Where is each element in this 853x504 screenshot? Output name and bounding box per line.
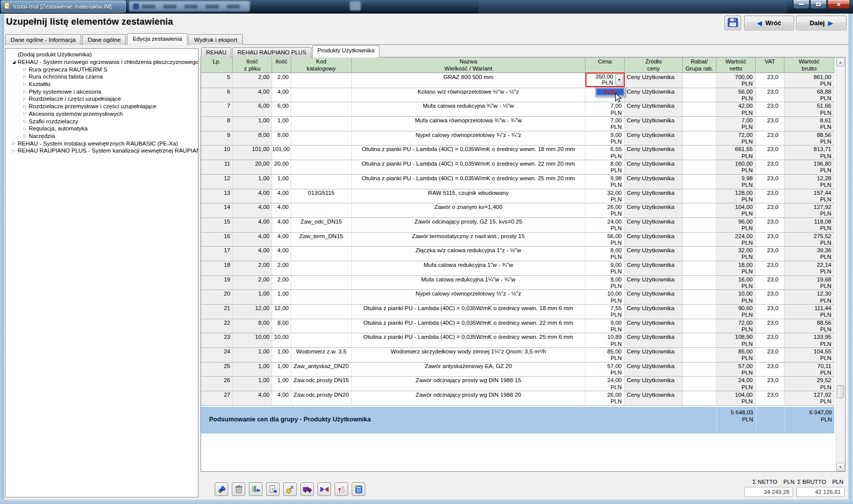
name-cell: Zawór o znanym kv=1,400 <box>352 203 585 218</box>
app-icon <box>4 2 11 11</box>
dropdown-button[interactable]: ▼ <box>615 74 623 86</box>
price-cell: 85,00PLN <box>585 348 625 362</box>
table-row[interactable]: 192,002,00Mufa calowa redukcyjna 1¼"w - … <box>201 276 834 291</box>
save-button[interactable] <box>725 16 741 30</box>
tree-item-rozdzielacze-i-czesci-uzupelniajace[interactable]: ▷Rozdzielacze i części uzupełniające <box>6 95 198 103</box>
qty-file-cell: 2,00 <box>233 276 272 290</box>
table-row[interactable]: 144,004,00Zawór o znanym kv=1,40026,00PL… <box>201 203 834 218</box>
tab-edycja-zestawienia[interactable]: Edycja zestawienia <box>127 33 187 45</box>
table-row[interactable]: 182,002,00Mufa calowa redukcyjna 1"w - ¾… <box>201 261 834 276</box>
rebate-cell <box>683 88 716 102</box>
code-cell <box>291 88 352 102</box>
table-row[interactable]: 2310,0010,00Otulina z pianki PU - Lambda… <box>201 333 834 348</box>
collapse-arrow-icon[interactable]: ◢ <box>11 59 17 64</box>
table-row[interactable]: 121,001,00Otulina z pianki PU - Lambda (… <box>201 175 834 189</box>
rebate-cell <box>683 117 716 131</box>
table-row[interactable]: 154,004,00Zaw_odc_DN15Zawór odcinający p… <box>201 218 834 233</box>
tree-item-plyty-systemowe-i-akcesoria[interactable]: ▷Płyty systemowe i akcesoria <box>6 88 198 95</box>
tree-item-rura-ochronna-falista-czarna[interactable]: ▷Rura ochronna falista czarna <box>6 73 198 81</box>
price-cell: 8,00PLN <box>585 276 625 290</box>
expand-arrow-icon[interactable]: ▷ <box>22 82 28 87</box>
table-row[interactable]: 164,004,00Zaw_term_DN15Zawór termostatyc… <box>201 233 834 247</box>
tree-item-rozdzielacze-przemyslowe-i-czesci-uzupel[interactable]: ▷Rozdzielacze przemysłowe i części uzupe… <box>6 103 198 110</box>
expand-arrow-icon[interactable]: ▷ <box>22 111 28 116</box>
lp-cell: 22 <box>201 319 233 333</box>
table-row[interactable]: 1120,0020,00Otulina z pianki PU - Lambda… <box>201 160 834 175</box>
table-row[interactable]: 134,004,00013G5115RAW 5115, czujnik wbud… <box>201 189 834 204</box>
name-cell: Złączka w/z calowa redukcyjna 1"z - ½"w <box>352 247 585 261</box>
price-source-cell: Ceny Użytkownika <box>625 391 683 405</box>
expand-arrow-icon[interactable]: ▷ <box>22 97 28 101</box>
panel-tab-rehau-raupiano-plus[interactable]: REHAU RAUPIANO PLUS <box>232 47 311 57</box>
tree-item-ksztaltki[interactable]: ▷Kształtki <box>6 81 198 88</box>
table-row[interactable]: 52,002,00GRAZ 800 500 mmCeny Użytkownika… <box>201 74 834 88</box>
code-cell <box>291 203 352 218</box>
expand-arrow-icon[interactable]: ▷ <box>22 133 28 138</box>
col-header-name: NazwaWielkość / Wariant <box>352 57 585 73</box>
delete-icon[interactable] <box>232 482 245 496</box>
scroll-down-icon[interactable]: ▼ <box>836 463 844 471</box>
price-cell: 7,55PLN <box>585 305 625 319</box>
minimize-button[interactable] <box>793 0 810 9</box>
import-positions-icon[interactable] <box>249 482 263 496</box>
next-button[interactable]: Dalej ▶ <box>796 16 846 30</box>
summary-netto-value: 5 648,03PLN <box>716 409 753 423</box>
vat-cell: 23,0 <box>756 319 784 333</box>
table-row[interactable]: 2112,0012,00Otulina z pianki PU - Lambda… <box>201 305 834 319</box>
table-row[interactable]: 76,006,00Mufa calowa redukcyjna ¾"w - ½"… <box>201 102 834 117</box>
scroll-up-icon[interactable]: ▲ <box>836 58 844 66</box>
calculator-icon[interactable] <box>352 482 365 496</box>
renumber-icon[interactable]: 32 <box>335 482 348 496</box>
expand-arrow-icon[interactable]: ▷ <box>22 104 28 109</box>
tab-dane-ogolne-informacja[interactable]: Dane ogólne - Informacja <box>5 34 81 45</box>
copy-to-page-icon[interactable]: 3 <box>266 482 280 496</box>
expand-arrow-icon[interactable]: ▷ <box>22 67 28 71</box>
group-tab-bar: REHAUREHAU RAUPIANO PLUSProdukty Użytkow… <box>201 45 380 57</box>
expand-arrow-icon[interactable]: ▷ <box>22 119 28 123</box>
expand-arrow-icon[interactable]: ▷ <box>11 149 17 153</box>
tree-item-regulacja-automatyka[interactable]: ▷Regulacja, automatyka <box>6 125 198 132</box>
brutto-cell: 813,71PLN <box>784 146 834 160</box>
tab-wydruk-i-eksport[interactable]: Wydruk i eksport <box>188 34 243 45</box>
maximize-button[interactable] <box>810 0 827 9</box>
table-row[interactable]: 274,004,00Zaw.odc.prosty DN20Zawór odcin… <box>201 391 834 406</box>
netto-cell: 224,00PLN <box>716 233 756 247</box>
table-row[interactable]: 98,008,00Nypel calowy równoprzelotowy ¾"… <box>201 131 834 146</box>
tree-item-akcesoria-systemow-przemyslowych[interactable]: ▷Akcesoria systemów przemysłowych <box>6 110 198 118</box>
table-row[interactable]: 241,001,00Wodomierz z.w. 3.5Wodomierz sk… <box>201 348 834 363</box>
expand-arrow-icon[interactable]: ▷ <box>22 75 28 79</box>
name-cell: Mufa calowa redukcyjna 1"w - ¾"w <box>352 261 585 275</box>
price-source-cell: Ceny Użytkownika <box>625 102 683 116</box>
scrollbar-thumb[interactable] <box>837 385 844 398</box>
tab-dane-ogolne[interactable]: Dane ogólne <box>82 34 126 45</box>
vertical-scrollbar[interactable]: ▲ ▼ <box>836 58 844 471</box>
tree-item-narzedzia[interactable]: ▷Narzędzia <box>6 132 198 140</box>
expand-arrow-icon[interactable]: ▷ <box>11 141 17 146</box>
price-editor-combobox[interactable]: 350,00PLN ▼ <box>585 73 625 87</box>
table-row[interactable]: 174,004,00Złączka w/z calowa redukcyjna … <box>201 247 834 261</box>
tree-item-dodaj-produkt-uzytkownika[interactable]: (Dodaj produkt Użytkownika) <box>6 51 198 58</box>
tree-item-szafki-rozdzielaczy[interactable]: ▷Szafki rozdzielaczy <box>6 117 198 125</box>
delivery-truck-icon[interactable] <box>300 482 314 496</box>
tree-item-rura-grzewcza-rautherm-s[interactable]: ▷Rura grzewcza RAUTHERM S <box>6 65 198 73</box>
table-row[interactable]: 10101,00101,00Otulina z pianki PU - Lamb… <box>201 146 834 160</box>
merge-arrows-icon[interactable] <box>317 482 331 496</box>
product-tree-panel[interactable]: (Dodaj produkt Użytkownika)◢REHAU - Syst… <box>5 48 199 497</box>
tree-item-rehau-raupiano-plus-system-kanalizacji-w[interactable]: ▷REHAU RAUPIANO PLUS - System kanalizacj… <box>6 147 198 155</box>
expand-arrow-icon[interactable]: ▷ <box>22 89 28 94</box>
flashlight-icon[interactable] <box>215 482 228 496</box>
table-row[interactable]: 228,008,00Otulina z pianki PU - Lambda (… <box>201 319 834 334</box>
table-row[interactable]: 81,001,00Mufa calowa równoprzelotowa ¾"w… <box>201 117 834 131</box>
close-button[interactable]: ✕ <box>827 0 850 9</box>
panel-tab-rehau[interactable]: REHAU <box>201 47 231 57</box>
table-row[interactable]: 64,004,00Kolano w/z równoprzelotowe ½"w … <box>201 88 834 103</box>
table-row[interactable]: 201,001,00Nypel calowy równoprzelotowy ½… <box>201 290 834 305</box>
expand-arrow-icon[interactable]: ▷ <box>22 126 28 131</box>
panel-tab-produkty-uzytkownika[interactable]: Produkty Użytkownika <box>312 45 379 57</box>
table-row[interactable]: 261,001,00Zaw.odc.prosty DN15Zawór odcin… <box>201 377 834 391</box>
phone-icon[interactable] <box>283 482 297 496</box>
tree-item-rehau-system-instalacji-wewnetrznych-rau[interactable]: ▷REHAU - System instalacji wewnętrznych … <box>6 139 198 147</box>
table-row[interactable]: 251,001,00Zaw_antyskaż_DN20Zawór antyska… <box>201 363 834 377</box>
back-button[interactable]: ◀ Wróć <box>744 16 794 30</box>
tree-item-rehau-system-rurowego-ogrzewania-i-chlod[interactable]: ◢REHAU - System rurowego ogrzewania i ch… <box>6 58 198 66</box>
